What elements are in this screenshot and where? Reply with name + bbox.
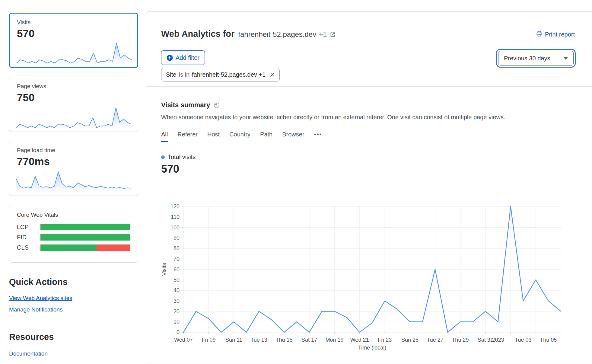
svg-text:Visits: Visits	[161, 263, 167, 276]
plus-icon	[167, 55, 173, 61]
summary-title: Visits summary	[161, 101, 210, 109]
svg-text:90: 90	[173, 235, 180, 241]
svg-text:Sun 11: Sun 11	[225, 337, 242, 343]
summary-tabs: All Referer Host Country Path Browser ••…	[161, 131, 322, 142]
vital-bar-good-segment	[40, 224, 130, 230]
page-title: Web Analytics for	[161, 29, 234, 39]
svg-text:Wed 07: Wed 07	[174, 337, 193, 343]
filter-operator: is in	[179, 71, 189, 78]
tab-path[interactable]: Path	[260, 131, 272, 142]
metric-label: Page load time	[17, 147, 130, 154]
chevron-down-icon	[564, 57, 568, 60]
section-divider	[146, 363, 592, 363]
svg-text:30: 30	[173, 298, 180, 304]
date-range-select[interactable]: Previous 30 days	[498, 51, 574, 65]
print-report-label: Print report	[545, 31, 575, 38]
add-filter-button[interactable]: Add filter	[161, 50, 205, 65]
total-visits-value: 570	[161, 163, 179, 175]
vital-label: FID	[17, 234, 40, 241]
svg-text:70: 70	[173, 256, 180, 262]
svg-text:20: 20	[173, 308, 180, 315]
filter-chip-site: Site is in fahrenheit-52.pages.dev +1	[161, 68, 280, 81]
legend-label: Total visits	[168, 154, 196, 161]
pie-chart-icon	[213, 102, 220, 108]
svg-text:60: 60	[173, 267, 180, 273]
svg-text:Time (local): Time (local)	[358, 345, 386, 351]
filter-value: fahrenheit-52.pages.dev +1	[192, 71, 266, 78]
sparkline-chart	[17, 42, 132, 64]
vital-bar	[40, 234, 130, 241]
svg-text:50: 50	[173, 277, 180, 283]
resources-heading: Resources	[9, 332, 138, 342]
sidebar-divider	[9, 323, 138, 323]
metric-card-page-load-time[interactable]: Page load time 770ms	[9, 141, 138, 196]
tab-host[interactable]: Host	[207, 131, 220, 142]
legend-dot-icon	[161, 155, 165, 159]
web-analytics-panel: Web Analytics for fahrenheit-52.pages.de…	[146, 11, 592, 364]
vital-row-lcp: LCP	[17, 224, 130, 231]
svg-text:Mon 19: Mon 19	[325, 337, 343, 343]
header-divider	[146, 86, 592, 87]
metric-card-page-views[interactable]: Page views 750	[9, 77, 138, 132]
link-documentation[interactable]: Documentation	[9, 350, 48, 357]
vital-label: CLS	[17, 244, 40, 251]
close-icon[interactable]	[270, 72, 275, 77]
tab-referer[interactable]: Referer	[177, 131, 198, 142]
visits-chart: 0102030405060708090100110120Wed 07Fri 09…	[161, 202, 568, 354]
metric-value: 770ms	[17, 155, 130, 168]
svg-text:110: 110	[171, 214, 180, 220]
link-manage-notifications[interactable]: Manage Notifications	[9, 306, 62, 313]
svg-text:Sat 31: Sat 31	[478, 337, 493, 343]
print-icon	[536, 30, 543, 38]
quick-actions-heading: Quick Actions	[9, 277, 138, 287]
vital-bar-poor-segment	[96, 244, 130, 251]
svg-text:Tue 13: Tue 13	[251, 337, 267, 343]
svg-text:100: 100	[170, 225, 180, 231]
vital-bar-good-segment	[40, 234, 130, 241]
svg-text:Thu 05: Thu 05	[540, 337, 557, 343]
summary-description: When someone navigates to your website, …	[161, 114, 547, 121]
link-view-web-analytics-sites[interactable]: View Web Analytics sites	[9, 295, 72, 302]
svg-text:Fri 23: Fri 23	[378, 337, 392, 343]
svg-text:10: 10	[173, 319, 180, 325]
external-link-icon[interactable]	[330, 32, 336, 39]
svg-text:120: 120	[170, 203, 180, 209]
tab-country[interactable]: Country	[229, 131, 250, 142]
svg-text:Sun 25: Sun 25	[401, 337, 419, 343]
tab-browser[interactable]: Browser	[282, 131, 304, 142]
svg-text:0: 0	[177, 329, 180, 335]
core-web-vitals-card: Core Web Vitals LCP FID CLS	[9, 205, 138, 263]
chart-legend: Total visits	[161, 154, 196, 161]
vital-bar	[40, 244, 130, 251]
svg-text:40: 40	[173, 287, 180, 293]
svg-text:Thu 15: Thu 15	[276, 337, 293, 343]
site-name: fahrenheit-52.pages.dev	[238, 30, 316, 39]
site-extra-count: +1	[319, 30, 327, 39]
sparkline-chart	[16, 170, 131, 193]
filter-field: Site	[166, 71, 176, 78]
svg-text:Tue 03: Tue 03	[515, 337, 531, 343]
date-range-value: Previous 30 days	[504, 55, 550, 62]
vital-bar-good-segment	[40, 244, 96, 251]
tab-all[interactable]: All	[161, 131, 168, 142]
sidebar: Visits 570 Page views 750 Page load time…	[9, 13, 138, 357]
print-report-button[interactable]: Print report	[536, 30, 575, 38]
metric-value: 750	[17, 91, 130, 104]
metric-label: Visits	[17, 19, 130, 26]
svg-text:Fri 09: Fri 09	[202, 337, 215, 343]
vitals-title: Core Web Vitals	[17, 212, 130, 218]
vital-label: LCP	[17, 224, 40, 231]
svg-text:80: 80	[173, 245, 180, 251]
tab-more-menu[interactable]: •••	[314, 131, 322, 142]
metric-label: Page views	[17, 83, 130, 90]
add-filter-label: Add filter	[176, 54, 199, 61]
vital-row-cls: CLS	[17, 244, 130, 251]
vital-bar	[40, 224, 130, 230]
metric-value: 570	[17, 27, 130, 40]
metric-card-visits[interactable]: Visits 570	[9, 13, 138, 68]
vital-row-fid: FID	[17, 234, 130, 241]
svg-text:Wed 21: Wed 21	[350, 337, 369, 343]
summary-title-row: Visits summary	[161, 101, 220, 109]
svg-text:2023: 2023	[492, 337, 504, 343]
svg-text:Sat 17: Sat 17	[301, 337, 317, 343]
